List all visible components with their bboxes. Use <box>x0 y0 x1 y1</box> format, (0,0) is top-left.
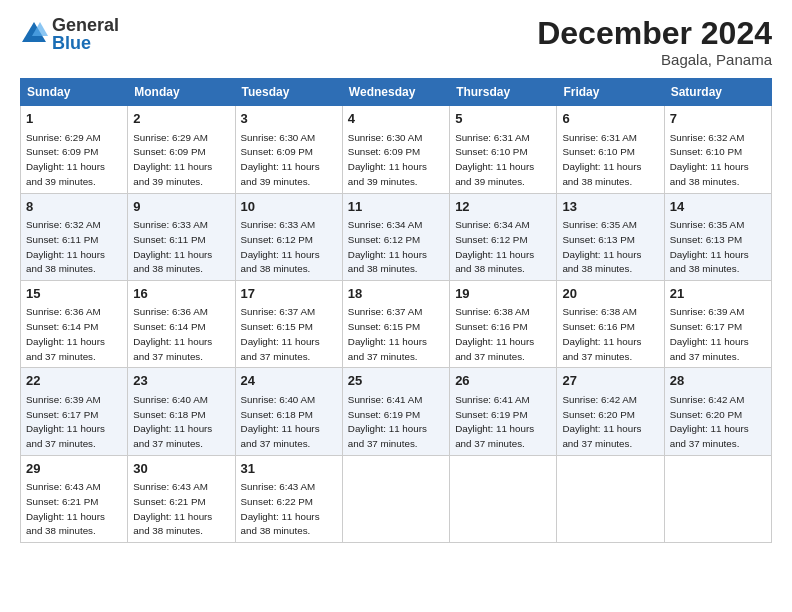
day-number: 23 <box>133 372 229 390</box>
logo-general: General <box>52 16 119 34</box>
table-cell: 11 Sunrise: 6:34 AMSunset: 6:12 PMDaylig… <box>342 193 449 280</box>
day-info: Sunrise: 6:37 AMSunset: 6:15 PMDaylight:… <box>241 306 320 361</box>
day-number: 21 <box>670 285 766 303</box>
table-cell <box>557 455 664 542</box>
calendar-row: 15 Sunrise: 6:36 AMSunset: 6:14 PMDaylig… <box>21 280 772 367</box>
calendar-table: Sunday Monday Tuesday Wednesday Thursday… <box>20 78 772 543</box>
day-info: Sunrise: 6:29 AMSunset: 6:09 PMDaylight:… <box>133 132 212 187</box>
col-saturday: Saturday <box>664 79 771 106</box>
table-cell: 18 Sunrise: 6:37 AMSunset: 6:15 PMDaylig… <box>342 280 449 367</box>
table-cell: 24 Sunrise: 6:40 AMSunset: 6:18 PMDaylig… <box>235 368 342 455</box>
table-cell: 1 Sunrise: 6:29 AMSunset: 6:09 PMDayligh… <box>21 106 128 193</box>
header: General Blue December 2024 Bagala, Panam… <box>20 16 772 68</box>
day-info: Sunrise: 6:32 AMSunset: 6:11 PMDaylight:… <box>26 219 105 274</box>
day-number: 29 <box>26 460 122 478</box>
day-number: 6 <box>562 110 658 128</box>
day-number: 11 <box>348 198 444 216</box>
day-info: Sunrise: 6:40 AMSunset: 6:18 PMDaylight:… <box>241 394 320 449</box>
table-cell: 2 Sunrise: 6:29 AMSunset: 6:09 PMDayligh… <box>128 106 235 193</box>
table-cell: 22 Sunrise: 6:39 AMSunset: 6:17 PMDaylig… <box>21 368 128 455</box>
col-wednesday: Wednesday <box>342 79 449 106</box>
day-info: Sunrise: 6:43 AMSunset: 6:21 PMDaylight:… <box>133 481 212 536</box>
table-cell: 15 Sunrise: 6:36 AMSunset: 6:14 PMDaylig… <box>21 280 128 367</box>
day-info: Sunrise: 6:33 AMSunset: 6:11 PMDaylight:… <box>133 219 212 274</box>
table-cell <box>342 455 449 542</box>
day-info: Sunrise: 6:38 AMSunset: 6:16 PMDaylight:… <box>455 306 534 361</box>
day-info: Sunrise: 6:43 AMSunset: 6:21 PMDaylight:… <box>26 481 105 536</box>
day-info: Sunrise: 6:43 AMSunset: 6:22 PMDaylight:… <box>241 481 320 536</box>
day-info: Sunrise: 6:38 AMSunset: 6:16 PMDaylight:… <box>562 306 641 361</box>
day-info: Sunrise: 6:32 AMSunset: 6:10 PMDaylight:… <box>670 132 749 187</box>
day-number: 5 <box>455 110 551 128</box>
day-number: 3 <box>241 110 337 128</box>
day-number: 16 <box>133 285 229 303</box>
day-info: Sunrise: 6:33 AMSunset: 6:12 PMDaylight:… <box>241 219 320 274</box>
table-cell: 25 Sunrise: 6:41 AMSunset: 6:19 PMDaylig… <box>342 368 449 455</box>
day-info: Sunrise: 6:40 AMSunset: 6:18 PMDaylight:… <box>133 394 212 449</box>
day-number: 27 <box>562 372 658 390</box>
header-row: Sunday Monday Tuesday Wednesday Thursday… <box>21 79 772 106</box>
table-cell: 21 Sunrise: 6:39 AMSunset: 6:17 PMDaylig… <box>664 280 771 367</box>
day-number: 20 <box>562 285 658 303</box>
day-number: 19 <box>455 285 551 303</box>
day-number: 1 <box>26 110 122 128</box>
day-info: Sunrise: 6:41 AMSunset: 6:19 PMDaylight:… <box>348 394 427 449</box>
day-info: Sunrise: 6:31 AMSunset: 6:10 PMDaylight:… <box>455 132 534 187</box>
table-cell: 13 Sunrise: 6:35 AMSunset: 6:13 PMDaylig… <box>557 193 664 280</box>
col-sunday: Sunday <box>21 79 128 106</box>
logo: General Blue <box>20 16 119 52</box>
col-thursday: Thursday <box>450 79 557 106</box>
month-title: December 2024 <box>537 16 772 51</box>
table-cell: 8 Sunrise: 6:32 AMSunset: 6:11 PMDayligh… <box>21 193 128 280</box>
day-info: Sunrise: 6:30 AMSunset: 6:09 PMDaylight:… <box>348 132 427 187</box>
day-number: 15 <box>26 285 122 303</box>
day-number: 10 <box>241 198 337 216</box>
table-cell: 30 Sunrise: 6:43 AMSunset: 6:21 PMDaylig… <box>128 455 235 542</box>
page: General Blue December 2024 Bagala, Panam… <box>0 0 792 612</box>
day-info: Sunrise: 6:39 AMSunset: 6:17 PMDaylight:… <box>670 306 749 361</box>
day-number: 7 <box>670 110 766 128</box>
day-info: Sunrise: 6:35 AMSunset: 6:13 PMDaylight:… <box>562 219 641 274</box>
calendar-row: 1 Sunrise: 6:29 AMSunset: 6:09 PMDayligh… <box>21 106 772 193</box>
day-info: Sunrise: 6:37 AMSunset: 6:15 PMDaylight:… <box>348 306 427 361</box>
table-cell <box>664 455 771 542</box>
calendar-row: 29 Sunrise: 6:43 AMSunset: 6:21 PMDaylig… <box>21 455 772 542</box>
day-info: Sunrise: 6:35 AMSunset: 6:13 PMDaylight:… <box>670 219 749 274</box>
col-friday: Friday <box>557 79 664 106</box>
table-cell: 29 Sunrise: 6:43 AMSunset: 6:21 PMDaylig… <box>21 455 128 542</box>
logo-icon <box>20 20 48 48</box>
day-info: Sunrise: 6:39 AMSunset: 6:17 PMDaylight:… <box>26 394 105 449</box>
table-cell: 12 Sunrise: 6:34 AMSunset: 6:12 PMDaylig… <box>450 193 557 280</box>
day-info: Sunrise: 6:42 AMSunset: 6:20 PMDaylight:… <box>670 394 749 449</box>
day-number: 4 <box>348 110 444 128</box>
day-info: Sunrise: 6:30 AMSunset: 6:09 PMDaylight:… <box>241 132 320 187</box>
table-cell: 7 Sunrise: 6:32 AMSunset: 6:10 PMDayligh… <box>664 106 771 193</box>
table-cell: 5 Sunrise: 6:31 AMSunset: 6:10 PMDayligh… <box>450 106 557 193</box>
table-cell: 31 Sunrise: 6:43 AMSunset: 6:22 PMDaylig… <box>235 455 342 542</box>
day-number: 28 <box>670 372 766 390</box>
table-cell: 14 Sunrise: 6:35 AMSunset: 6:13 PMDaylig… <box>664 193 771 280</box>
logo-text: General Blue <box>52 16 119 52</box>
table-cell <box>450 455 557 542</box>
day-info: Sunrise: 6:42 AMSunset: 6:20 PMDaylight:… <box>562 394 641 449</box>
table-cell: 6 Sunrise: 6:31 AMSunset: 6:10 PMDayligh… <box>557 106 664 193</box>
calendar-row: 8 Sunrise: 6:32 AMSunset: 6:11 PMDayligh… <box>21 193 772 280</box>
day-info: Sunrise: 6:34 AMSunset: 6:12 PMDaylight:… <box>455 219 534 274</box>
day-number: 12 <box>455 198 551 216</box>
table-cell: 9 Sunrise: 6:33 AMSunset: 6:11 PMDayligh… <box>128 193 235 280</box>
day-number: 22 <box>26 372 122 390</box>
day-number: 13 <box>562 198 658 216</box>
day-info: Sunrise: 6:34 AMSunset: 6:12 PMDaylight:… <box>348 219 427 274</box>
day-info: Sunrise: 6:41 AMSunset: 6:19 PMDaylight:… <box>455 394 534 449</box>
location: Bagala, Panama <box>537 51 772 68</box>
day-number: 26 <box>455 372 551 390</box>
table-cell: 20 Sunrise: 6:38 AMSunset: 6:16 PMDaylig… <box>557 280 664 367</box>
table-cell: 19 Sunrise: 6:38 AMSunset: 6:16 PMDaylig… <box>450 280 557 367</box>
col-monday: Monday <box>128 79 235 106</box>
logo-blue: Blue <box>52 34 119 52</box>
title-block: December 2024 Bagala, Panama <box>537 16 772 68</box>
table-cell: 4 Sunrise: 6:30 AMSunset: 6:09 PMDayligh… <box>342 106 449 193</box>
table-cell: 17 Sunrise: 6:37 AMSunset: 6:15 PMDaylig… <box>235 280 342 367</box>
calendar-row: 22 Sunrise: 6:39 AMSunset: 6:17 PMDaylig… <box>21 368 772 455</box>
day-number: 18 <box>348 285 444 303</box>
